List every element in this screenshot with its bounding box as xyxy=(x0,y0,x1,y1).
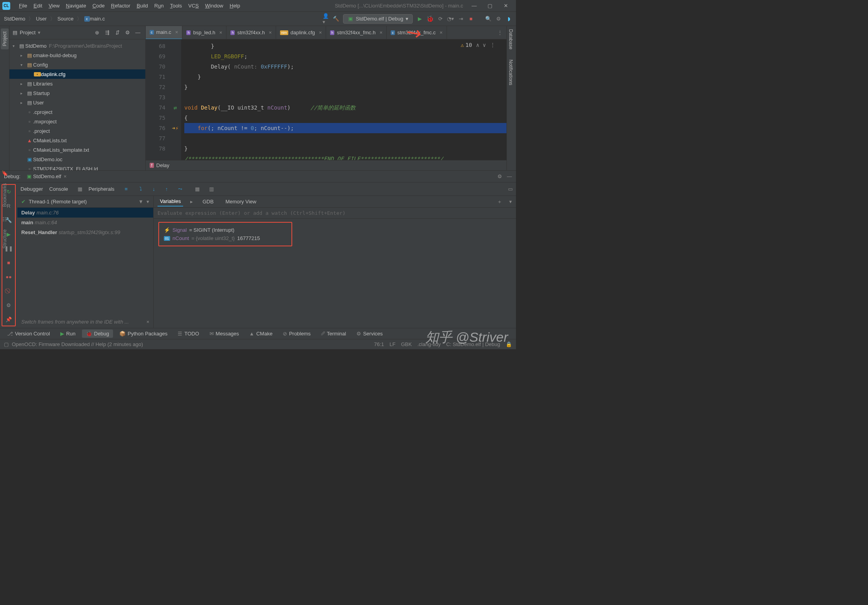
bookmarks-tool-tab[interactable]: Bookmarks xyxy=(1,178,9,212)
editor-tab[interactable]: cstm32f4xx_fmc.c× xyxy=(387,26,447,39)
menu-build[interactable]: Build xyxy=(134,1,151,10)
run-config-selector[interactable]: ▣ StdDemo.elf | Debug ▾ xyxy=(343,14,413,24)
chevron-down-icon[interactable]: ▾ xyxy=(509,199,512,205)
linter[interactable]: .clang-tidy xyxy=(417,341,441,347)
frame-row[interactable]: Delaymain.c:76 xyxy=(17,208,153,218)
tree-item[interactable]: ▲CMakeLists.txt xyxy=(9,136,145,145)
calc-icon[interactable]: ▦ xyxy=(195,186,200,192)
breadcrumb-1[interactable]: User xyxy=(36,16,46,22)
editor-breadcrumb[interactable]: f Delay xyxy=(146,160,506,170)
locate-icon[interactable]: ⊕ xyxy=(93,30,101,35)
run-to-cursor-icon[interactable]: ⤳ xyxy=(178,186,182,192)
tab-gdb[interactable]: GDB xyxy=(200,197,216,206)
status-icon[interactable]: ▢ xyxy=(4,341,9,347)
profile-icon[interactable]: ◔▾ xyxy=(447,16,454,22)
menu-window[interactable]: Window xyxy=(202,1,226,10)
gear-icon[interactable]: ⚙ xyxy=(495,16,502,22)
tab-problems[interactable]: ⊘Problems xyxy=(279,329,315,338)
pin-icon[interactable]: 📌 xyxy=(4,315,13,324)
gear-icon[interactable]: ⚙ xyxy=(123,30,132,35)
cursor-position[interactable]: 76:1 xyxy=(374,341,384,347)
user-icon[interactable]: 👤▾ xyxy=(323,16,329,22)
collapse-all-icon[interactable]: ⇵ xyxy=(113,30,122,35)
tree-item[interactable]: ▪daplink.cfg xyxy=(9,69,145,79)
breakpoints-icon[interactable]: ●● xyxy=(4,272,13,281)
tree-item[interactable]: ▫STM32F429IGTX_FLASH.ld xyxy=(9,164,145,170)
menu-file[interactable]: File xyxy=(16,1,30,10)
search-icon[interactable]: 🔍 xyxy=(485,16,491,22)
list-icon[interactable]: ≡ xyxy=(125,186,128,192)
tree-item[interactable]: ▫.cproject xyxy=(9,107,145,117)
menu-refactor[interactable]: Refactor xyxy=(108,1,134,10)
editor-tab[interactable]: nimdaplink.cfg× xyxy=(276,26,326,39)
jb-logo-icon[interactable]: ◗ xyxy=(506,16,512,22)
breadcrumb-2[interactable]: Source xyxy=(57,16,74,22)
layout-icon[interactable]: ▥ xyxy=(209,186,214,192)
tab-messages[interactable]: ✉Messages xyxy=(206,329,243,338)
bookmark-icon[interactable]: 🔖 xyxy=(2,170,8,176)
tab-peripherals[interactable]: Peripherals xyxy=(89,186,115,192)
project-label[interactable]: Project xyxy=(20,30,35,35)
bug-icon[interactable]: 🐞 xyxy=(427,16,433,22)
thread-label[interactable]: Thread-1 (Remote target) xyxy=(29,199,87,205)
editor-tab[interactable]: cmain.c× xyxy=(146,26,182,39)
frame-row[interactable]: Reset_Handlerstartup_stm32f429igtx.s:99 xyxy=(17,227,153,237)
tree-item[interactable]: ▸▤Startup xyxy=(9,88,145,98)
structure-tool-tab[interactable]: Structure xyxy=(1,224,9,254)
attach-icon[interactable]: ⇥ xyxy=(458,16,464,22)
editor-tab[interactable]: hstm32f4xx.h× xyxy=(226,26,276,39)
chevron-down-icon[interactable]: ▾ xyxy=(147,199,149,205)
var-signal[interactable]: ⚡ Signal = SIGINT (Interrupt) xyxy=(164,226,287,234)
tab-console[interactable]: Console xyxy=(49,186,68,192)
chevron-down-icon[interactable]: ▾ xyxy=(38,30,41,35)
tab-memory[interactable]: Memory View xyxy=(223,197,259,206)
frame-row[interactable]: mainmain.c:64 xyxy=(17,218,153,227)
structure-icon[interactable]: ☷ xyxy=(2,216,7,222)
encoding[interactable]: GBK xyxy=(401,341,412,347)
tree-item[interactable]: ▫.project xyxy=(9,126,145,136)
menu-edit[interactable]: Edit xyxy=(30,1,45,10)
tree-item[interactable]: ▣StdDemo.ioc xyxy=(9,155,145,164)
editor-tab[interactable]: hstm32f4xx_fmc.h× xyxy=(326,26,387,39)
tab-terminal[interactable]: ␥Terminal xyxy=(317,329,350,338)
breadcrumb-root[interactable]: StdDemo xyxy=(4,16,25,22)
minimize-button[interactable]: — xyxy=(466,3,482,9)
editor-tab[interactable]: hbsp_led.h× xyxy=(182,26,226,39)
tab-python-packages[interactable]: 📦Python Packages xyxy=(115,329,171,338)
debug-target[interactable]: StdDemo.elf xyxy=(33,173,61,179)
menu-help[interactable]: Help xyxy=(226,1,243,10)
tab-version-control[interactable]: ⎇Version Control xyxy=(3,329,54,338)
tab-debugger[interactable]: Debugger xyxy=(20,186,43,192)
lock-icon[interactable]: 🔒 xyxy=(506,341,512,347)
tab-cmake[interactable]: ▲CMake xyxy=(245,329,276,338)
tree-item[interactable]: ▫.mxproject xyxy=(9,117,145,126)
tree-item[interactable]: ▾▤Config xyxy=(9,60,145,69)
mute-bp-icon[interactable]: ⃠ xyxy=(4,287,13,295)
line-ending[interactable]: LF xyxy=(389,341,395,347)
menu-vcs[interactable]: VCS xyxy=(185,1,202,10)
menu-tools[interactable]: Tools xyxy=(167,1,185,10)
play-icon[interactable]: ▶ xyxy=(417,16,423,22)
gear-icon[interactable]: ⚙ xyxy=(4,301,13,309)
menu-navigate[interactable]: Navigate xyxy=(63,1,89,10)
tab-todo[interactable]: ☰TODO xyxy=(174,329,203,338)
tab-run[interactable]: ▶Run xyxy=(56,329,80,338)
stop-icon[interactable]: ■ xyxy=(4,258,13,267)
project-tree[interactable]: ▾▤ StdDemo F:\Programmer\JetBrainsProjec… xyxy=(9,39,145,170)
project-tool-tab[interactable]: Project xyxy=(1,28,9,49)
menu-code[interactable]: Code xyxy=(89,1,108,10)
database-tool-tab[interactable]: Database xyxy=(507,26,515,52)
step-into-icon[interactable]: ↓ xyxy=(152,186,155,192)
tree-root[interactable]: ▾▤ StdDemo F:\Programmer\JetBrainsProjec… xyxy=(9,41,145,50)
code-editor[interactable]: 6869707172737475767778 ⇄ ➜⚡ } LED_RGBOFF… xyxy=(146,39,506,160)
hide-icon[interactable]: — xyxy=(134,30,142,35)
tab-services[interactable]: ⚙Services xyxy=(352,329,387,338)
coverage-icon[interactable]: ⟳ xyxy=(437,16,443,22)
stop-icon[interactable]: ■ xyxy=(468,16,474,22)
step-over-icon[interactable]: ⤵ xyxy=(139,186,142,192)
menu-run[interactable]: Run xyxy=(151,1,167,10)
gear-icon[interactable]: ⚙ xyxy=(497,173,502,179)
close-button[interactable]: ✕ xyxy=(498,3,514,9)
more-tabs-icon[interactable]: ⋮ xyxy=(493,30,506,35)
more-icon[interactable]: ▭ xyxy=(508,186,513,192)
